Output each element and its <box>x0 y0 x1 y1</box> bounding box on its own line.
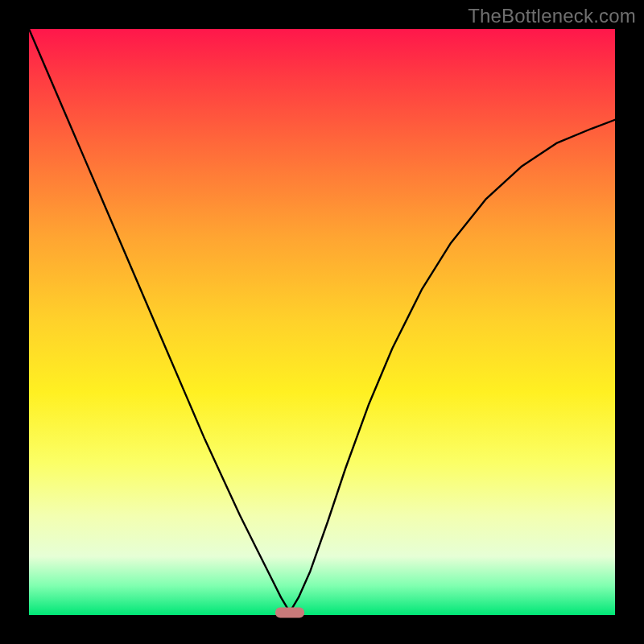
chart-frame: TheBottleneck.com <box>0 0 644 644</box>
optimal-point-marker <box>275 608 304 618</box>
bottleneck-curve <box>29 29 615 615</box>
watermark-text: TheBottleneck.com <box>468 5 636 27</box>
plot-area <box>29 29 615 615</box>
